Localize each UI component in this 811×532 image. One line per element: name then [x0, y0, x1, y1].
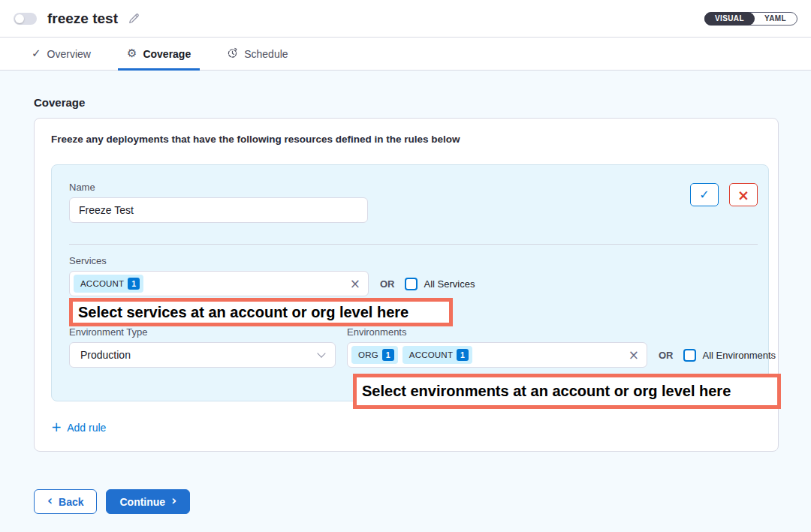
environments-group: Environments ORG 1 ACCOUNT 1 ×: [347, 326, 776, 368]
environment-type-label: Environment Type: [69, 326, 336, 338]
rule-actions: ✓ ×: [690, 183, 758, 206]
chevron-left-icon: ‹: [47, 494, 53, 507]
add-rule-label: Add rule: [67, 422, 106, 434]
name-row: Name ✓ ×: [69, 182, 758, 223]
schedule-clock-icon: [227, 47, 238, 60]
back-label: Back: [59, 496, 83, 508]
tag-scope: ORG: [358, 350, 378, 359]
all-services-label: All Services: [424, 278, 475, 290]
check-icon: ✓: [32, 48, 41, 59]
services-multiselect[interactable]: ACCOUNT 1 ×: [69, 271, 369, 296]
plus-icon: +: [51, 421, 62, 434]
tag-count-badge: 1: [128, 278, 140, 290]
annotation-services: Select services at an account or org lev…: [69, 298, 453, 326]
instruction-text: Freeze any deployments that have the fol…: [51, 134, 769, 145]
account-tag[interactable]: ACCOUNT 1: [74, 275, 143, 293]
tab-overview-label: Overview: [47, 48, 91, 60]
yaml-option[interactable]: YAML: [754, 12, 797, 26]
environment-type-select[interactable]: Production: [69, 342, 336, 368]
back-button[interactable]: ‹ Back: [34, 489, 97, 514]
org-tag[interactable]: ORG 1: [351, 346, 398, 364]
delete-rule-button[interactable]: ×: [729, 183, 758, 206]
gear-icon: ⚙: [127, 48, 137, 59]
header: freeze test VISUAL YAML: [0, 0, 811, 38]
continue-button[interactable]: Continue ›: [106, 489, 190, 514]
annotation-environments: Select environments at an account or org…: [353, 374, 781, 409]
all-environments-checkbox[interactable]: [683, 349, 696, 362]
section-title: Coverage: [34, 96, 779, 109]
name-input[interactable]: [69, 197, 368, 223]
tab-coverage-label: Coverage: [143, 48, 191, 60]
page-title: freeze test: [47, 11, 118, 27]
tag-count-badge: 1: [382, 349, 394, 361]
clear-services-icon[interactable]: ×: [350, 278, 360, 290]
services-row: ACCOUNT 1 × OR All Services: [69, 271, 758, 296]
continue-label: Continue: [119, 496, 165, 508]
environment-type-value: Production: [80, 349, 131, 361]
tab-schedule-label: Schedule: [244, 48, 288, 60]
environment-type-group: Environment Type Production: [69, 326, 336, 368]
add-rule-button[interactable]: + Add rule: [51, 421, 106, 434]
footer-actions: ‹ Back Continue ›: [34, 489, 779, 514]
name-field-group: Name: [69, 182, 368, 223]
environments-multiselect[interactable]: ORG 1 ACCOUNT 1 ×: [347, 342, 647, 368]
rule-panel: Name ✓ × Services ACCOUNT 1: [51, 164, 769, 401]
tab-schedule[interactable]: Schedule: [218, 38, 297, 70]
all-environments-label: All Environments: [703, 350, 776, 361]
tag-scope: ACCOUNT: [80, 279, 124, 288]
or-label: OR: [380, 278, 395, 290]
or-label: OR: [659, 350, 674, 361]
tab-bar: ✓ Overview ⚙ Coverage Schedule: [0, 38, 811, 71]
confirm-rule-button[interactable]: ✓: [690, 183, 719, 206]
chevron-down-icon: [317, 349, 325, 357]
tab-overview[interactable]: ✓ Overview: [23, 38, 100, 70]
services-field-group: Services ACCOUNT 1 × OR All Services: [69, 255, 758, 296]
divider: [69, 244, 758, 245]
edit-pencil-icon[interactable]: [128, 12, 140, 25]
freeze-enable-toggle[interactable]: [14, 13, 37, 25]
tag-count-badge: 1: [457, 349, 469, 361]
tab-coverage[interactable]: ⚙ Coverage: [118, 38, 200, 70]
chevron-right-icon: ›: [171, 494, 176, 507]
services-label: Services: [69, 255, 758, 266]
clear-environments-icon[interactable]: ×: [629, 349, 639, 362]
environment-row: Environment Type Production Environments…: [69, 326, 758, 368]
account-tag[interactable]: ACCOUNT 1: [402, 346, 472, 364]
all-services-checkbox[interactable]: [405, 278, 418, 290]
main-content: Coverage Freeze any deployments that hav…: [0, 71, 811, 532]
visual-option[interactable]: VISUAL: [704, 12, 755, 26]
view-toggle: VISUAL YAML: [704, 12, 797, 26]
name-label: Name: [69, 182, 368, 193]
tag-scope: ACCOUNT: [409, 350, 453, 359]
environments-row: ORG 1 ACCOUNT 1 × OR All Environments: [347, 342, 776, 368]
environments-label: Environments: [347, 326, 776, 338]
toggle-knob: [15, 14, 24, 23]
coverage-card: Freeze any deployments that have the fol…: [34, 118, 779, 452]
